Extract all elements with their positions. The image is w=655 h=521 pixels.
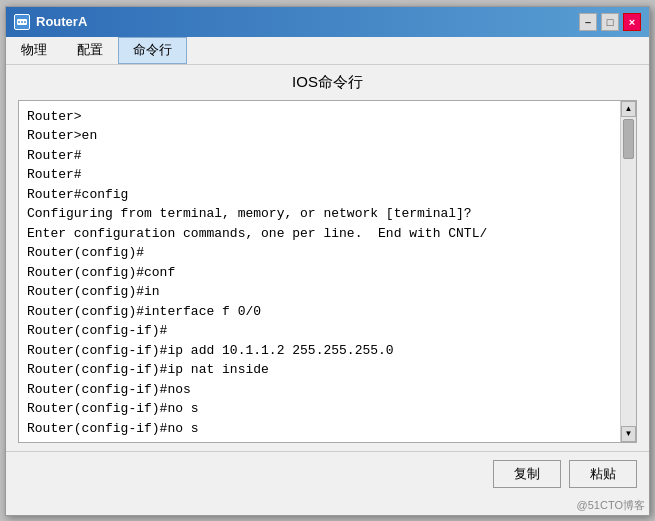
svg-point-3 bbox=[24, 21, 26, 23]
window-title: RouterA bbox=[36, 14, 87, 29]
maximize-button[interactable]: □ bbox=[601, 13, 619, 31]
menu-item-config[interactable]: 配置 bbox=[62, 37, 118, 64]
menu-item-cli[interactable]: 命令行 bbox=[118, 37, 187, 64]
scrollbar-thumb[interactable] bbox=[623, 119, 634, 159]
terminal-output[interactable]: Router> Router>en Router# Router# Router… bbox=[19, 101, 620, 442]
watermark: @51CTO博客 bbox=[6, 496, 649, 515]
scrollbar-track[interactable] bbox=[621, 117, 636, 426]
scrollbar-up-button[interactable]: ▲ bbox=[621, 101, 636, 117]
paste-button[interactable]: 粘贴 bbox=[569, 460, 637, 488]
title-bar-left: RouterA bbox=[14, 14, 87, 30]
router-icon bbox=[14, 14, 30, 30]
scrollbar-down-button[interactable]: ▼ bbox=[621, 426, 636, 442]
menu-bar: 物理 配置 命令行 bbox=[6, 37, 649, 65]
svg-point-1 bbox=[18, 21, 20, 23]
scrollbar: ▲ ▼ bbox=[620, 101, 636, 442]
minimize-button[interactable]: – bbox=[579, 13, 597, 31]
close-button[interactable]: × bbox=[623, 13, 641, 31]
copy-button[interactable]: 复制 bbox=[493, 460, 561, 488]
terminal-container: Router> Router>en Router# Router# Router… bbox=[18, 100, 637, 443]
svg-point-2 bbox=[21, 21, 23, 23]
title-bar-controls: – □ × bbox=[579, 13, 641, 31]
main-window: RouterA – □ × 物理 配置 命令行 IOS命令行 Router> R… bbox=[5, 6, 650, 516]
menu-item-physics[interactable]: 物理 bbox=[6, 37, 62, 64]
bottom-bar: 复制 粘贴 bbox=[6, 451, 649, 496]
title-bar: RouterA – □ × bbox=[6, 7, 649, 37]
content-area: IOS命令行 Router> Router>en Router# Router#… bbox=[6, 65, 649, 451]
page-title: IOS命令行 bbox=[18, 73, 637, 92]
